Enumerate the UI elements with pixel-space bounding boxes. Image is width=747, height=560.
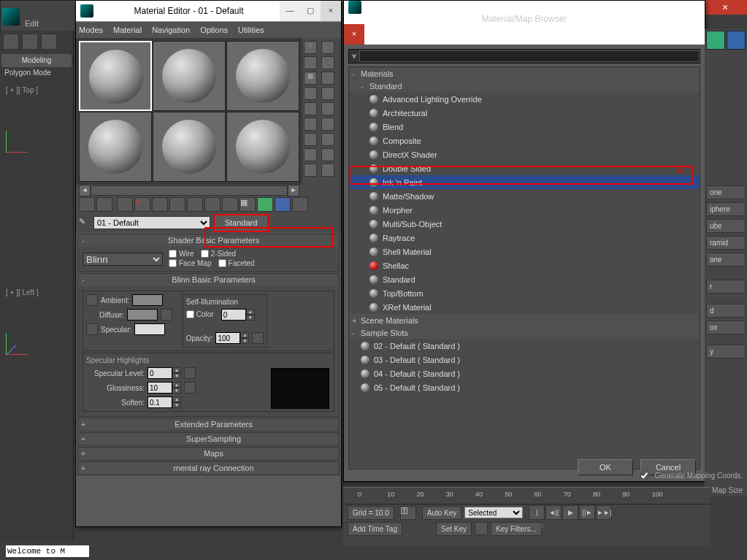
uv-tile-icon[interactable] (304, 87, 317, 100)
put-to-lib-icon[interactable] (187, 197, 203, 212)
material-item[interactable]: Raytrace (349, 231, 700, 245)
sample-slot-item[interactable]: 03 - Default ( Standard ) (349, 353, 700, 367)
backlight-icon[interactable] (304, 56, 317, 69)
material-item[interactable]: DirectX Shader (349, 147, 700, 161)
goto-end-button[interactable]: ►►| (596, 505, 612, 520)
map-button[interactable] (184, 382, 196, 394)
tool-icon[interactable] (321, 72, 334, 85)
spec-level-spinner[interactable]: ▲▼ (148, 367, 181, 379)
viewport-left-label[interactable]: [ + ][ Left ] (6, 288, 39, 296)
sample-slot-6[interactable] (226, 112, 299, 182)
collapse-icon[interactable]: - (78, 274, 88, 286)
app-close-button[interactable]: × (703, 0, 747, 15)
expand-icon[interactable]: + (78, 448, 88, 460)
play-button[interactable]: ▶ (562, 505, 578, 520)
material-item[interactable]: Composite (349, 134, 700, 147)
time-ruler[interactable]: 0 10 20 30 40 50 60 70 80 90 100 (343, 487, 710, 505)
material-item[interactable]: XRef Material (349, 300, 700, 314)
show-in-view-icon[interactable] (222, 197, 238, 212)
background-icon[interactable]: ▦ (304, 72, 317, 85)
bind-icon[interactable] (41, 34, 57, 50)
primitive-option[interactable]: r (706, 280, 746, 294)
material-item[interactable]: Double Sided (349, 161, 700, 175)
faceted-checkbox[interactable]: Faceted (218, 259, 255, 267)
minimize-button[interactable]: — (280, 1, 300, 21)
reset-icon[interactable]: ✕ (134, 197, 150, 212)
tool-icon[interactable] (321, 102, 334, 115)
scene-materials-header[interactable]: +Scene Materials (349, 314, 700, 326)
ok-button[interactable]: OK (578, 459, 633, 475)
key-icon[interactable]: ⚿ (400, 506, 416, 520)
primitive-option[interactable]: d (706, 304, 746, 318)
set-key-button[interactable]: Set Key (436, 522, 472, 536)
wire-checkbox[interactable]: Wire (169, 250, 194, 258)
video-check-icon[interactable] (304, 102, 317, 115)
tool-icon[interactable] (321, 56, 334, 69)
sample-slot-item[interactable]: 04 - Default ( Standard ) (349, 367, 700, 380)
primitive-option[interactable]: ramid (706, 236, 746, 250)
ambient-swatch[interactable] (132, 294, 163, 306)
sample-slot-item[interactable]: 05 - Default ( Standard ) (349, 380, 700, 394)
create-tab-icon[interactable] (706, 31, 725, 50)
key-large-icon[interactable] (475, 522, 488, 535)
modeling-tab[interactable]: Modeling (1, 54, 72, 67)
key-filters-button[interactable]: Key Filters... (491, 522, 542, 536)
generate-mapping-checkbox[interactable]: Generate Mapping Coords. (637, 469, 743, 483)
get-material-icon[interactable] (79, 197, 95, 212)
show-end-result-icon[interactable]: ▦ (240, 197, 256, 212)
sample-slot-1[interactable] (79, 41, 152, 111)
preview-icon[interactable] (304, 118, 317, 131)
sample-scrollbar[interactable]: ◄ ► (76, 185, 302, 196)
diffuse-swatch[interactable] (127, 309, 158, 321)
eyedropper-icon[interactable]: ✎ (79, 217, 91, 229)
close-button[interactable]: × (321, 1, 341, 21)
material-name-input[interactable]: 01 - Default (93, 216, 210, 229)
menu-utilities[interactable]: Utilities (238, 26, 264, 34)
soften-spinner[interactable]: ▲▼ (148, 396, 181, 408)
tool-icon[interactable] (321, 118, 334, 131)
gloss-spinner[interactable]: ▲▼ (148, 382, 181, 394)
tool-icon[interactable] (321, 87, 334, 100)
menu-navigation[interactable]: Navigation (152, 26, 190, 34)
material-item[interactable]: Morpher (349, 203, 700, 217)
sample-type-icon[interactable]: ○ (304, 41, 317, 54)
expand-icon[interactable]: + (78, 418, 88, 431)
material-item[interactable]: Multi/Sub-Object (349, 217, 700, 231)
go-sibling-icon[interactable] (275, 197, 291, 212)
menu-options[interactable]: Options (200, 26, 228, 34)
material-item[interactable]: Shell Material (349, 245, 700, 258)
put-to-scene-icon[interactable] (96, 197, 112, 212)
material-item[interactable]: Ink 'n Paint (349, 175, 700, 189)
make-copy-icon[interactable] (152, 197, 168, 212)
material-item[interactable]: Matte/Shadow (349, 189, 700, 203)
primitive-option[interactable]: one (706, 185, 746, 199)
make-unique-icon[interactable] (169, 197, 185, 212)
lock-icon[interactable] (86, 294, 98, 306)
menu-modes[interactable]: Modes (79, 26, 103, 34)
color-checkbox[interactable]: Color (186, 310, 214, 318)
scroll-right-icon[interactable]: ► (288, 185, 299, 196)
tool-icon[interactable] (321, 133, 334, 146)
search-input[interactable] (359, 50, 700, 62)
material-item[interactable]: Top/Bottom (349, 286, 700, 300)
material-item[interactable]: Advanced Lighting Override (349, 92, 700, 106)
primitive-option[interactable]: y (706, 345, 746, 358)
expand-icon[interactable]: + (78, 462, 88, 475)
tool-icon[interactable] (321, 41, 334, 54)
shader-select[interactable]: Blinn (83, 253, 163, 266)
primitive-option[interactable]: ox (706, 321, 746, 334)
mat-id-channel-icon[interactable] (204, 197, 221, 212)
primitive-option[interactable]: ane (706, 253, 746, 266)
expand-icon[interactable]: + (78, 433, 88, 445)
map-button[interactable] (252, 332, 264, 344)
sample-slot-2[interactable] (153, 41, 226, 111)
rollout-title[interactable]: mental ray Connection (88, 462, 339, 475)
menu-material[interactable]: Material (113, 26, 142, 34)
primitive-option[interactable]: ube (706, 219, 746, 233)
primitive-option[interactable]: iphere (706, 202, 746, 216)
key-mode-select[interactable]: Selected (464, 507, 523, 518)
material-type-button[interactable]: Standard (213, 214, 269, 232)
browser-close-button[interactable]: × (344, 24, 364, 45)
viewport-top-label[interactable]: [ + ][ Top ] (6, 86, 38, 94)
maximize-button[interactable]: ▢ (300, 1, 321, 21)
